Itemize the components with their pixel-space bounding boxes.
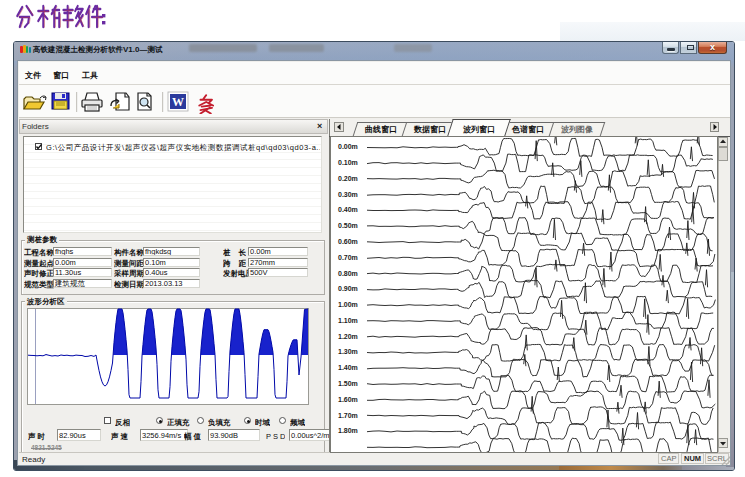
svg-text:W: W bbox=[172, 95, 184, 109]
